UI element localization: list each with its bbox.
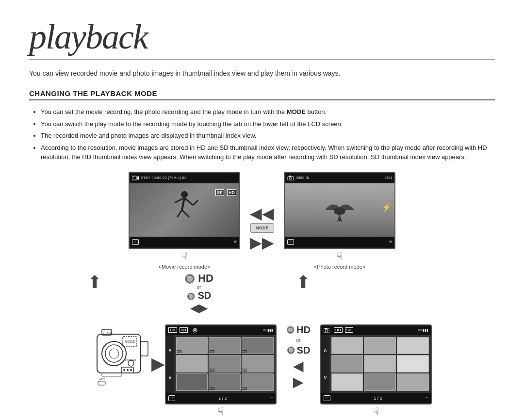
mode-bold: MODE <box>287 108 306 115</box>
svg-point-17 <box>109 349 119 358</box>
photo-record-toolbar: 3958 IN 2304 <box>285 173 394 183</box>
photo-play-screen: HD SD IN ▮▮▮ ∧ ∨ <box>320 324 432 404</box>
section-title: CHANGING THE PLAYBACK MODE <box>29 89 495 100</box>
photo-record-content: ⚡ <box>285 183 394 237</box>
svg-marker-1 <box>137 176 139 180</box>
photo-thumb-grid <box>329 335 431 393</box>
intro-text: You can view recorded movie and photo im… <box>29 68 495 79</box>
svg-text:OPEN: OPEN <box>103 331 113 335</box>
photo-nav-sidebar: ∧ ∨ <box>321 335 329 393</box>
photo-battery: IN ▮▮▮ <box>418 328 428 332</box>
bottom-left-icon: ☞ <box>132 239 139 245</box>
arrow-left-icon: ◀◀ <box>250 206 274 221</box>
photo-record-screen-wrapper: 3958 IN 2304 <box>284 172 395 270</box>
movie-record-screen: STBY 00:00:00 [70Min] IN <box>129 172 240 249</box>
photo-record-bottom: ☞ ≡ <box>285 237 394 247</box>
nav-up-arrow: ∧ <box>168 347 172 354</box>
photo-video-content <box>285 183 394 237</box>
thumb-2: HD <box>209 337 241 355</box>
hd-badge: SF HD <box>215 187 236 196</box>
photo-hd-badge: HD <box>334 327 343 333</box>
sd-radio-icon: 🔘 <box>287 346 295 354</box>
thumb-3: HD <box>242 337 274 355</box>
movie-thumb-grid: HD HD HD HD HD HD HD <box>174 335 276 393</box>
touch-icon-photo: ☞ <box>289 240 293 244</box>
photo-play-topbar: HD SD IN ▮▮▮ <box>321 325 431 335</box>
photo-nav-up: ∧ <box>323 347 328 354</box>
thumb-1: HD <box>176 337 208 355</box>
movie-play-touch: ☟ <box>218 405 224 417</box>
hd-sd-selector: 🔘 HD or 🔘 SD ◀▶ <box>184 272 213 315</box>
thumb-5: HD <box>209 355 241 372</box>
svg-point-16 <box>105 345 123 362</box>
photo-thumb-area: ∧ ∨ <box>321 335 431 393</box>
camera-drawing: MODE OPEN MIC POWER <box>92 324 155 392</box>
list-item: The recorded movie and photo images are … <box>41 131 495 141</box>
svg-rect-12 <box>289 176 291 177</box>
movie-play-bottom: ☞ 1 / 2 ≡ <box>166 393 276 404</box>
movie-thumb-area: ∧ ∨ HD HD HD HD HD <box>166 335 276 393</box>
arrow-right-icon2: ▶ <box>293 374 304 390</box>
or-text: or <box>197 285 201 290</box>
hd-text: 🔘 HD <box>184 272 213 285</box>
hd-sd-arrows: ◀▶ <box>190 301 208 315</box>
photo-page-num: 1 / 2 <box>374 396 382 401</box>
hd-play-badge: HD <box>168 327 177 333</box>
play-touch-icon: ☞ <box>168 395 175 401</box>
pthumb-3 <box>397 337 429 355</box>
photo-touch-sym: ☞ <box>325 396 328 400</box>
sd-play-badge: SD <box>180 327 188 333</box>
thumb-9: HD <box>242 373 274 391</box>
photo-record-screen: 3958 IN 2304 <box>284 172 395 249</box>
photo-record-toolbar-text: 3958 IN <box>296 176 310 179</box>
list-item: You can switch the play mode to the reco… <box>41 119 495 129</box>
or-choice-label: or <box>296 338 301 343</box>
svg-rect-25 <box>102 373 121 377</box>
arrows-mode: ◀◀ MODE ▶▶ <box>250 206 274 250</box>
hd-choice-label: HD <box>296 324 311 336</box>
video-camera-icon <box>132 176 139 180</box>
movie-record-content: SF HD <box>130 183 239 237</box>
svg-point-31 <box>130 369 132 371</box>
svg-point-30 <box>127 369 129 371</box>
photo-play-screen-wrapper: HD SD IN ▮▮▮ ∧ ∨ <box>320 324 432 420</box>
page-title: playback <box>29 19 495 54</box>
svg-rect-22 <box>141 341 148 356</box>
mode-button[interactable]: MODE <box>250 223 274 233</box>
movie-play-topbar: HD SD IN ▮▮▮ <box>166 325 276 335</box>
svg-line-6 <box>182 210 189 217</box>
pthumb-4 <box>331 355 363 372</box>
person-silhouette <box>170 191 199 229</box>
svg-line-8 <box>184 198 193 205</box>
svg-rect-24 <box>98 381 105 385</box>
mode-area: ◀◀ MODE ▶▶ <box>250 206 274 270</box>
hd-sd-choice: 🔘 HD or 🔘 SD ◀ ▶ <box>286 324 311 390</box>
menu-icon-photo: ≡ <box>389 239 392 244</box>
nav-sidebar: ∧ ∨ <box>166 335 174 393</box>
pthumb-2 <box>364 337 396 355</box>
thumb-6: HD <box>242 355 274 372</box>
list-item: You can set the movie recording, the pho… <box>41 107 495 117</box>
svg-line-9 <box>193 200 198 205</box>
photo-play-touch-icon: ☞ <box>324 395 330 401</box>
pthumb-8 <box>364 373 396 391</box>
svg-point-29 <box>123 369 125 371</box>
play-camera-icon <box>192 328 198 333</box>
movie-record-caption: <Movie record mode> <box>159 264 211 270</box>
svg-point-33 <box>194 329 196 331</box>
bullet-list: You can set the movie recording, the pho… <box>29 107 495 162</box>
photo-count: 2304 <box>384 176 392 179</box>
movie-record-toolbar-text: STBY 00:00:00 [70Min] IN <box>141 176 186 179</box>
menu-icon: ≡ <box>234 239 237 244</box>
title-divider <box>29 59 495 60</box>
arrow-up-photo: ⬆ <box>296 272 311 315</box>
vertical-arrows: ⬆ 🔘 HD or 🔘 SD ◀▶ ⬆ <box>29 272 369 315</box>
touch-sym: ☞ <box>170 396 174 400</box>
movie-record-bottom: ☞ ≡ <box>130 237 239 247</box>
svg-text:MODE: MODE <box>125 340 135 343</box>
pthumb-7 <box>331 373 363 391</box>
photo-play-camera-icon <box>324 328 329 333</box>
movie-play-screen: HD SD IN ▮▮▮ ∧ <box>165 324 277 404</box>
arrow-left-icon2: ◀ <box>293 358 304 374</box>
svg-point-35 <box>325 329 328 332</box>
